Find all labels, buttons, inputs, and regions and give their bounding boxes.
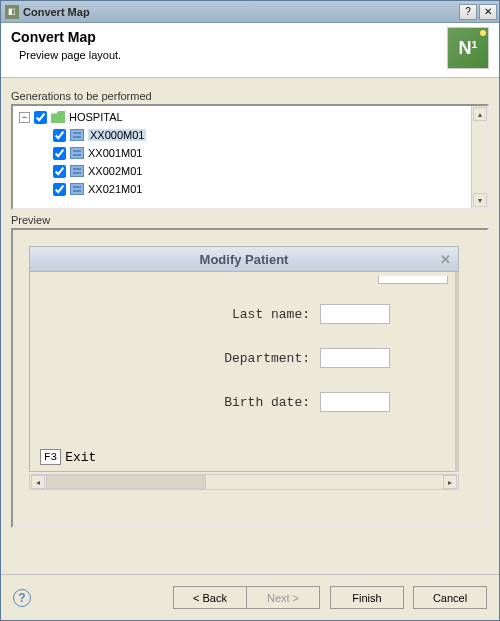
page-subtitle: Preview page layout.	[19, 49, 447, 61]
tree-item-row[interactable]: XX001M01	[17, 144, 483, 162]
tree-item-label: XX002M01	[88, 165, 142, 177]
preview-titlebar: Modify Patient ✕	[29, 246, 459, 272]
department-input[interactable]	[320, 348, 390, 368]
preview-window: Modify Patient ✕ Last name: Department: …	[29, 246, 459, 490]
preview-body: Last name: Department: Birth date: F3 Ex…	[29, 272, 459, 472]
tree-item-checkbox[interactable]	[53, 129, 66, 142]
scroll-right-button[interactable]: ▸	[443, 475, 457, 489]
header-panel: Convert Map Preview page layout. N¹	[1, 23, 499, 78]
page-title: Convert Map	[11, 29, 447, 45]
tree-item-checkbox[interactable]	[53, 147, 66, 160]
form-row: Last name:	[40, 292, 448, 336]
last-name-input[interactable]	[320, 304, 390, 324]
window-help-button[interactable]: ?	[459, 4, 477, 20]
tree-root-checkbox[interactable]	[34, 111, 47, 124]
partial-field	[378, 276, 448, 284]
field-label: Department:	[40, 351, 320, 366]
tree-item-checkbox[interactable]	[53, 183, 66, 196]
preview-title-text: Modify Patient	[200, 252, 289, 267]
field-label: Last name:	[40, 307, 320, 322]
preview-pane: Modify Patient ✕ Last name: Department: …	[11, 228, 489, 528]
tree-item-row[interactable]: XX000M01	[17, 126, 483, 144]
help-icon[interactable]: ?	[13, 589, 31, 607]
tree-item-row[interactable]: XX002M01	[17, 162, 483, 180]
tree-scrollbar[interactable]: ▴ ▾	[471, 106, 487, 208]
preview-footer: F3 Exit	[40, 449, 96, 465]
form-icon	[70, 129, 84, 141]
birth-date-input[interactable]	[320, 392, 390, 412]
tree-root-label: HOSPITAL	[69, 111, 123, 123]
tree-item-row[interactable]: XX021M01	[17, 180, 483, 198]
form-row: Department:	[40, 336, 448, 380]
scroll-thumb[interactable]	[46, 475, 206, 489]
preview-close-icon[interactable]: ✕	[438, 252, 452, 266]
scroll-left-button[interactable]: ◂	[31, 475, 45, 489]
scroll-up-button[interactable]: ▴	[473, 107, 487, 121]
function-key-label: Exit	[65, 450, 96, 465]
product-logo: N¹	[447, 27, 489, 69]
cancel-button[interactable]: Cancel	[413, 586, 487, 609]
window-close-button[interactable]: ✕	[479, 4, 497, 20]
preview-label: Preview	[11, 214, 489, 226]
next-button: Next >	[246, 586, 320, 609]
back-button[interactable]: < Back	[173, 586, 247, 609]
tree-root-row[interactable]: − HOSPITAL	[17, 108, 483, 126]
tree-item-label: XX000M01	[88, 129, 146, 141]
wizard-button-bar: ? < Back Next > Finish Cancel	[1, 574, 499, 620]
tree-item-checkbox[interactable]	[53, 165, 66, 178]
form-row: Birth date:	[40, 380, 448, 424]
scroll-down-button[interactable]: ▾	[473, 193, 487, 207]
finish-button[interactable]: Finish	[330, 586, 404, 609]
app-icon: ◧	[5, 5, 19, 19]
form-icon	[70, 183, 84, 195]
field-label: Birth date:	[40, 395, 320, 410]
form-icon	[70, 147, 84, 159]
generations-label: Generations to be performed	[11, 90, 489, 102]
preview-h-scrollbar[interactable]: ◂ ▸	[29, 474, 459, 490]
window-title: Convert Map	[23, 6, 457, 18]
preview-v-scroll-edge	[455, 272, 459, 472]
tree-item-label: XX001M01	[88, 147, 142, 159]
tree-item-label: XX021M01	[88, 183, 142, 195]
function-key-badge: F3	[40, 449, 61, 465]
folder-icon	[51, 111, 65, 123]
generations-tree[interactable]: − HOSPITAL XX000M01 XX001M01 XX002M01	[11, 104, 489, 210]
scroll-track[interactable]	[46, 475, 442, 489]
titlebar: ◧ Convert Map ? ✕	[1, 1, 499, 23]
collapse-icon[interactable]: −	[19, 112, 30, 123]
form-icon	[70, 165, 84, 177]
